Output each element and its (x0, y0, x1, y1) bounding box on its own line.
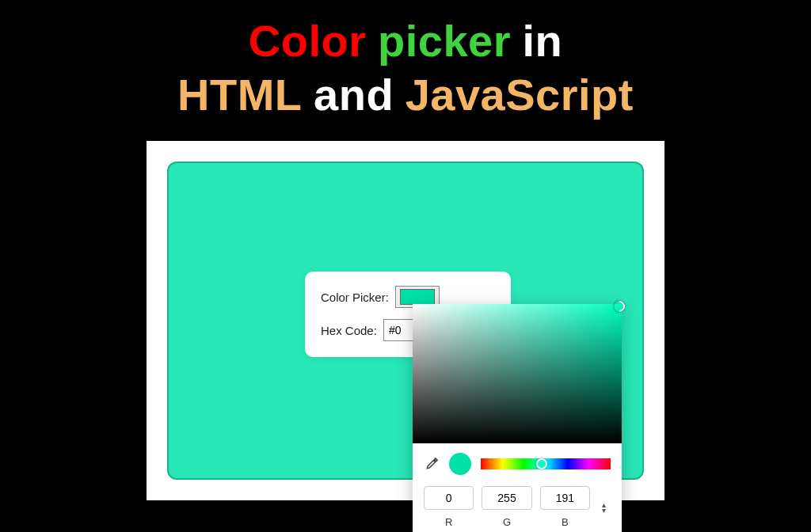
blue-label: B (540, 516, 590, 528)
hue-slider-thumb[interactable] (536, 458, 547, 469)
page-title: Color picker in HTML and JavaScript (0, 0, 811, 122)
green-label: G (482, 516, 531, 528)
title-word-picker: picker (378, 16, 511, 66)
demo-stage: Color Picker: Hex Code: (147, 141, 664, 500)
color-swatch[interactable] (400, 289, 435, 305)
blue-value-input[interactable] (540, 486, 590, 510)
current-color-circle (449, 453, 471, 475)
saturation-value-area[interactable] (413, 304, 622, 443)
red-label: R (424, 516, 474, 528)
title-word-and: and (314, 70, 394, 120)
color-picker-label: Color Picker: (321, 291, 389, 304)
red-value-input[interactable] (424, 486, 474, 510)
title-word-html: HTML (177, 70, 303, 120)
eyedropper-icon[interactable] (424, 456, 440, 472)
title-word-javascript: JavaScript (406, 70, 634, 120)
color-picker-popup[interactable]: R G B ▴▾ (413, 304, 622, 532)
hue-slider[interactable] (481, 458, 611, 469)
green-value-input[interactable] (482, 486, 531, 510)
title-word-in: in (522, 16, 562, 66)
title-word-color: Color (249, 16, 367, 66)
format-toggle-icon[interactable]: ▴▾ (598, 502, 611, 513)
hex-code-label: Hex Code: (321, 324, 377, 337)
